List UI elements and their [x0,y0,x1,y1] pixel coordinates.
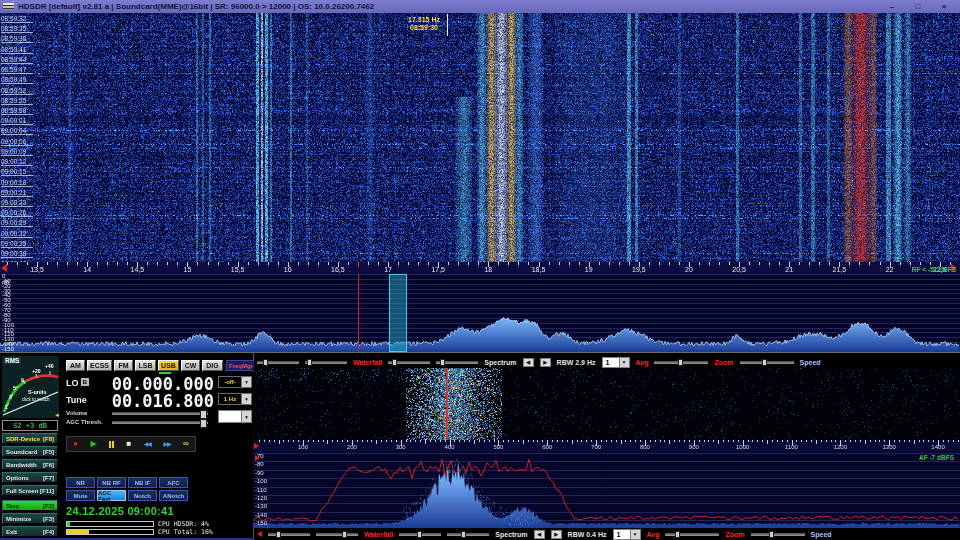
ruler-left-marker-icon [1,264,7,272]
s-meter-mode[interactable]: RMS [3,357,21,364]
stop-button[interactable]: Stop[F2] [2,500,58,511]
datetime-display: 24.12.2025 09:00:41 [66,505,174,517]
freqmgr-button[interactable]: FreqMgr [226,360,256,371]
button-key: [F4] [43,529,54,535]
mode-dig[interactable]: DIG [202,360,223,371]
exit-button[interactable]: Exit[F4] [2,526,58,537]
loop-icon[interactable]: ∞ [183,440,189,448]
waterfall-upper-slider[interactable] [257,361,299,364]
ruler-tick-label: 19,5 [632,266,646,273]
af-ruler-tick-label: 1100 [785,444,798,450]
minimize-icon[interactable]: – [884,2,900,11]
avg-slider[interactable] [665,533,719,536]
close-icon[interactable]: × [936,2,952,11]
waterfall-time-label: 08:59:49 [1,76,33,84]
options-button[interactable]: Options[F7] [2,472,58,483]
rbw-increase-button[interactable]: ▶ [551,530,562,539]
chevron-down-icon[interactable]: ▼ [241,411,251,422]
chevron-down-icon[interactable]: ▼ [241,394,251,404]
ruler-tick-label: 20 [685,266,693,273]
afc-button[interactable]: AFC [159,477,188,488]
spectrum-lower-slider[interactable] [436,361,478,364]
stop-playback-icon[interactable]: ■ [126,440,131,448]
avg-select[interactable]: 1 ▼ [613,529,641,540]
mode-lsb[interactable]: LSB [135,360,156,371]
waterfall-lower-slider[interactable] [305,361,347,364]
avg-select[interactable]: 1 ▼ [602,357,630,368]
main-spectrum[interactable] [0,274,960,352]
play-icon[interactable]: ▶ [90,440,96,448]
tune-frequency-display[interactable]: 00.016.800 [92,391,214,411]
volume-slider[interactable] [112,412,208,415]
rewind-icon[interactable]: ◀◀ [144,440,151,448]
spectrum-lower-slider[interactable] [447,533,489,536]
soundcard-button[interactable]: Soundcard[F5] [2,446,58,457]
media-controls: ● ▶ ■ ◀◀ ▶▶ ∞ [66,436,196,452]
window-title: HDSDR [default] v2.81 a | Soundcard(MME)… [18,2,374,11]
avg-slider[interactable] [654,361,708,364]
avg-label: Avg [647,531,660,538]
s-meter-dial[interactable] [2,356,59,418]
record-icon[interactable]: ● [73,440,78,448]
mute-button[interactable]: Mute [66,490,95,501]
af-db-scale-label: -90 [255,470,264,476]
lo-step-select[interactable]: -off- ▼ [218,376,252,388]
titlebar[interactable]: HDSDR [default] v2.81 a | Soundcard(MME)… [0,0,960,13]
waterfall-upper-slider[interactable] [268,533,310,536]
af-ruler-tick-label: 1300 [883,444,896,450]
spectrum-upper-slider[interactable] [399,533,441,536]
nb-rf-button[interactable]: NB RF [97,477,126,488]
waterfall-time-label: 08:59:55 [1,97,33,105]
waterfall-time-label: 09:00:26 [1,209,33,217]
af-frequency-ruler[interactable]: 1002003004005006007008009001000110012001… [253,440,960,452]
collapse-arrow-icon[interactable]: ◄ [54,412,60,418]
splitter[interactable] [0,352,960,353]
mode-cw[interactable]: CW [181,360,200,371]
audio-device-select[interactable]: ▼ [218,410,252,423]
lo-label: LO [66,378,79,388]
zoom-slider[interactable] [740,361,794,364]
ruler-tick-label: 15,5 [231,266,245,273]
waterfall-label: Waterfall [364,531,393,538]
tune-step-select[interactable]: 1 Hz ▼ [218,393,252,405]
af-waterfall[interactable] [253,368,960,440]
fullscreen-button[interactable]: Full Screen[F11] [2,485,58,496]
bandwidth-button[interactable]: Bandwidth[F6] [2,459,58,470]
af-spectrum[interactable] [253,452,960,528]
rbw-decrease-button[interactable]: ◀ [534,530,545,539]
main-waterfall[interactable] [0,13,960,262]
chevron-down-icon[interactable]: ▼ [241,377,251,387]
chevron-down-icon[interactable]: ▼ [619,358,629,367]
tune-marker [358,262,359,267]
waterfall-lower-slider[interactable] [316,533,358,536]
waterfall-time-label: 08:59:38 [1,35,33,43]
lo-badge[interactable]: B [81,378,89,386]
minimize-app-button[interactable]: Minimize[F3] [2,513,58,524]
fast-forward-icon[interactable]: ▶▶ [163,440,170,448]
notch-button[interactable]: Notch [128,490,157,501]
maximize-icon[interactable]: □ [910,2,926,11]
zoom-slider[interactable] [751,533,805,536]
nr-button[interactable]: NR [66,477,95,488]
agc-threshold-slider[interactable] [112,421,208,424]
mode-am[interactable]: AM [66,360,85,371]
button-label: Stop [6,503,19,509]
frequency-ruler[interactable]: 13,51414,51515,51616,51717,51818,51919,5… [0,262,960,274]
button-label: Options [6,475,29,481]
mode-fm[interactable]: FM [114,360,133,371]
spectrum-upper-slider[interactable] [388,361,430,364]
cpu-hdsdr-text: CPU HDSDR: 4% [158,521,209,528]
mode-ecss[interactable]: ECSS [87,360,112,371]
button-key: [F5] [43,449,54,455]
pause-icon[interactable] [109,441,114,448]
rbw-increase-button[interactable]: ▶ [540,358,551,367]
ruler-tick-label: 14 [83,266,91,273]
mode-usb[interactable]: USB [158,360,179,371]
cpu-total-text: CPU Total: 16% [158,529,213,536]
rbw-decrease-button[interactable]: ◀ [523,358,534,367]
agc-fast-button[interactable]: AGC Fast [97,490,126,501]
chevron-down-icon[interactable]: ▼ [630,530,640,539]
nb-if-button[interactable]: NB IF [128,477,157,488]
anotch-button[interactable]: ANotch [159,490,188,501]
sdr-device-button[interactable]: SDR-Device[F8] [2,433,58,444]
